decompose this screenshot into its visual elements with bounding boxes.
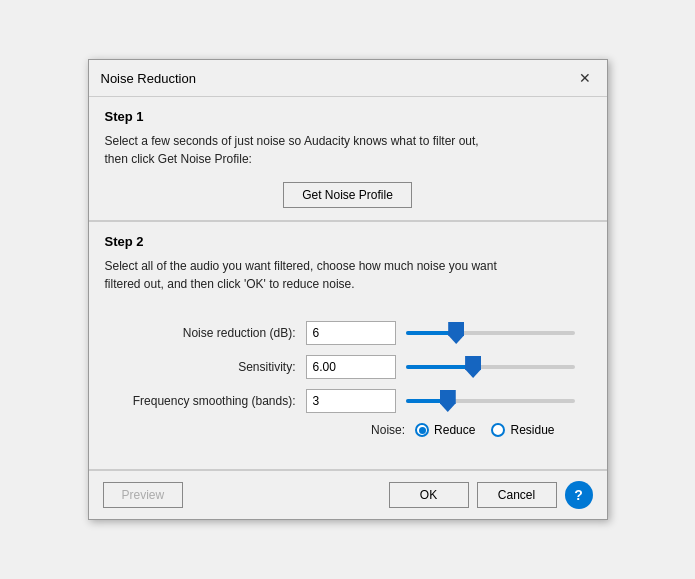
- radio-residue-label: Residue: [510, 423, 554, 437]
- controls-area: Noise reduction (dB): Sensitivity:: [105, 307, 591, 457]
- noise-radio-group: Reduce Residue: [415, 423, 554, 437]
- radio-reduce[interactable]: Reduce: [415, 423, 475, 437]
- sensitivity-label: Sensitivity:: [121, 360, 306, 374]
- sensitivity-slider-fill: [406, 365, 474, 369]
- step2-description: Select all of the audio you want filtere…: [105, 257, 591, 293]
- ok-button[interactable]: OK: [389, 482, 469, 508]
- radio-reduce-icon: [415, 423, 429, 437]
- sensitivity-slider-track[interactable]: [406, 365, 575, 369]
- noise-reduction-slider-thumb[interactable]: [448, 322, 464, 344]
- step2-section: Step 2 Select all of the audio you want …: [89, 221, 607, 470]
- dialog-title: Noise Reduction: [101, 71, 196, 86]
- close-button[interactable]: ✕: [575, 68, 595, 88]
- radio-residue[interactable]: Residue: [491, 423, 554, 437]
- frequency-smoothing-slider-track[interactable]: [406, 399, 575, 403]
- sensitivity-row: Sensitivity:: [121, 355, 575, 379]
- sensitivity-input[interactable]: [306, 355, 396, 379]
- noise-reduction-label: Noise reduction (dB):: [121, 326, 306, 340]
- noise-reduction-row: Noise reduction (dB):: [121, 321, 575, 345]
- noise-reduction-slider-track[interactable]: [406, 331, 575, 335]
- dialog-body: Step 1 Select a few seconds of just nois…: [89, 97, 607, 519]
- step1-section: Step 1 Select a few seconds of just nois…: [89, 97, 607, 221]
- noise-reduction-slider-wrapper: [406, 331, 575, 335]
- frequency-smoothing-slider-thumb[interactable]: [440, 390, 456, 412]
- frequency-smoothing-row: Frequency smoothing (bands):: [121, 389, 575, 413]
- get-noise-profile-button[interactable]: Get Noise Profile: [283, 182, 412, 208]
- cancel-button[interactable]: Cancel: [477, 482, 557, 508]
- step1-title: Step 1: [105, 109, 591, 124]
- radio-reduce-label: Reduce: [434, 423, 475, 437]
- noise-reduction-dialog: Noise Reduction ✕ Step 1 Select a few se…: [88, 59, 608, 520]
- title-bar: Noise Reduction ✕: [89, 60, 607, 97]
- frequency-smoothing-label: Frequency smoothing (bands):: [121, 394, 306, 408]
- noise-radio-row: Noise: Reduce Residue: [121, 423, 575, 437]
- frequency-smoothing-slider-wrapper: [406, 399, 575, 403]
- noise-radio-label: Noise:: [371, 423, 405, 437]
- preview-button[interactable]: Preview: [103, 482, 184, 508]
- step2-title: Step 2: [105, 234, 591, 249]
- radio-residue-icon: [491, 423, 505, 437]
- sensitivity-slider-thumb[interactable]: [465, 356, 481, 378]
- noise-reduction-input[interactable]: [306, 321, 396, 345]
- help-button[interactable]: ?: [565, 481, 593, 509]
- frequency-smoothing-input[interactable]: [306, 389, 396, 413]
- footer-bar: Preview OK Cancel ?: [89, 470, 607, 519]
- sensitivity-slider-wrapper: [406, 365, 575, 369]
- step1-description: Select a few seconds of just noise so Au…: [105, 132, 591, 168]
